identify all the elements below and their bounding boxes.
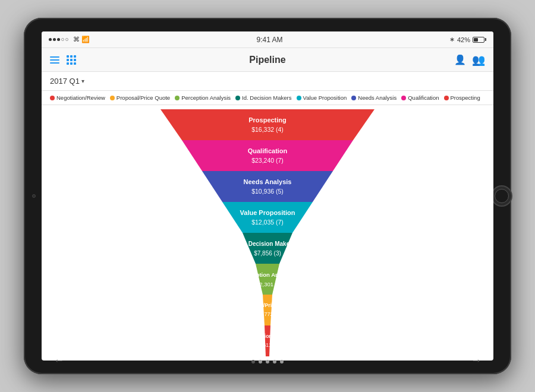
signal-dot-5: [65, 38, 68, 41]
battery-icon: [473, 37, 486, 43]
legend-label-decision: Id. Decision Makers: [242, 94, 291, 101]
legend-label-needs: Needs Analysis: [358, 94, 396, 101]
pagination-dot-1[interactable]: [251, 360, 255, 363]
seg-label-perception: Perception Analysis: [241, 271, 294, 278]
funnel-chart: Prospecting $16,332 (4) Qualification $2…: [160, 109, 374, 356]
funnel-svg: Prospecting $16,332 (4) Qualification $2…: [160, 109, 374, 356]
seg-label-decision: Id. Decision Makers: [240, 241, 295, 247]
seg-value-value: $12,035 (7): [251, 219, 284, 226]
status-bar: ⌘ 📶 9:41 AM ∗ 42%: [42, 31, 493, 48]
funnel-seg-prospecting[interactable]: [160, 109, 374, 140]
legend-label-prospecting: Prospecting: [451, 94, 480, 101]
legend-dot-negotiation: [50, 96, 55, 100]
people-icon[interactable]: 👥: [472, 53, 485, 67]
filter-label[interactable]: 2017 Q1 ▾: [50, 77, 84, 86]
legend-bar: Negotiation/Review Proposal/Price Quote …: [42, 91, 493, 105]
legend-item-qualification: Qualification: [401, 94, 439, 101]
signal-dot-3: [57, 38, 60, 41]
legend-dot-decision: [235, 96, 240, 100]
legend-dot-qualification: [401, 96, 406, 100]
funnel-area: Prospecting $16,332 (4) Qualification $2…: [42, 105, 493, 361]
hamburger-icon[interactable]: [50, 56, 59, 64]
screen: ⌘ 📶 9:41 AM ∗ 42%: [42, 31, 493, 361]
page-title: Pipeline: [249, 55, 285, 65]
seg-label-proposal: Proposal/Price Quote: [240, 302, 295, 308]
grid-dot: [70, 55, 73, 58]
status-left: ⌘ 📶: [49, 36, 90, 43]
next-arrow[interactable]: →: [471, 355, 482, 367]
status-right: ∗ 42%: [449, 36, 486, 43]
seg-value-negotiation: $6,611 (8): [256, 342, 279, 348]
legend-dot-prospecting: [444, 96, 449, 100]
pagination-dot-5[interactable]: [280, 360, 284, 363]
legend-item-negotiation: Negotiation/Review: [50, 94, 105, 101]
legend-dot-perception: [175, 96, 180, 100]
seg-label-needs: Needs Analysis: [244, 178, 292, 185]
funnel-seg-qualification[interactable]: [182, 140, 353, 171]
battery-tip: [485, 38, 486, 41]
grid-dot: [74, 62, 76, 65]
legend-item-decision: Id. Decision Makers: [235, 94, 291, 101]
grid-dot: [74, 59, 76, 61]
nav-bar: Pipeline 👤 👥: [42, 48, 493, 72]
legend-dot-value: [297, 96, 301, 100]
hamburger-line-1: [50, 56, 59, 58]
funnel-seg-decision[interactable]: [243, 233, 292, 264]
home-button[interactable]: [491, 185, 512, 207]
pagination-dot-4[interactable]: [273, 360, 276, 363]
nav-left: [50, 55, 76, 65]
chevron-down-icon: ▾: [81, 78, 84, 84]
status-time: 9:41 AM: [257, 36, 283, 44]
legend-label-proposal: Proposal/Price Quote: [117, 94, 170, 101]
funnel-seg-proposal[interactable]: [263, 295, 272, 325]
seg-label-value: Value Proposition: [240, 209, 295, 216]
legend-dot-needs: [351, 96, 356, 100]
signal-dot-4: [61, 38, 64, 41]
prev-arrow[interactable]: ←: [54, 355, 64, 367]
bluetooth-icon: ∗: [449, 36, 455, 43]
grid-icon[interactable]: [67, 55, 76, 65]
nav-right: 👤 👥: [454, 53, 485, 67]
legend-item-value: Value Proposition: [297, 94, 347, 101]
signal-dot-1: [49, 38, 52, 41]
filter-bar[interactable]: 2017 Q1 ▾: [42, 72, 493, 91]
grid-dot: [70, 62, 73, 65]
battery-percent: 42%: [457, 36, 470, 43]
legend-dot-proposal: [110, 96, 115, 100]
pagination-dots: [251, 360, 284, 363]
grid-dot: [70, 59, 73, 61]
legend-label-perception: Perception Analysis: [181, 94, 231, 101]
hamburger-line-2: [50, 59, 59, 61]
seg-value-proposal: $11,772 (3): [254, 311, 281, 317]
funnel-seg-perception[interactable]: [256, 264, 279, 295]
legend-item-needs: Needs Analysis: [351, 94, 396, 101]
legend-label-qualification: Qualification: [408, 94, 439, 101]
seg-value-qualification: $23,240 (7): [251, 157, 284, 164]
battery-body: [473, 37, 484, 43]
wifi-label: ⌘ 📶: [73, 36, 90, 43]
seg-label-qualification: Qualification: [248, 147, 288, 154]
legend-item-proposal: Proposal/Price Quote: [110, 94, 170, 101]
pagination-dot-3[interactable]: [266, 360, 269, 363]
grid-dot: [67, 62, 69, 65]
legend-item-prospecting: Prospecting: [444, 94, 480, 101]
funnel-seg-needs[interactable]: [202, 171, 333, 202]
grid-dot: [67, 59, 69, 61]
seg-value-prospecting: $16,332 (4): [251, 126, 284, 133]
home-button-inner: [495, 189, 509, 203]
seg-value-decision: $7,856 (3): [254, 250, 281, 257]
seg-label-prospecting: Prospecting: [248, 116, 287, 124]
filter-text: 2017 Q1: [50, 77, 80, 86]
pagination-dot-2[interactable]: [259, 360, 262, 363]
signal-dots: [49, 38, 68, 41]
grid-dot: [74, 55, 76, 58]
battery-fill: [474, 38, 478, 42]
signal-dot-2: [53, 38, 56, 41]
person-icon[interactable]: 👤: [454, 54, 466, 65]
seg-label-negotiation: Negotiation/Review: [244, 333, 291, 339]
legend-label-value: Value Proposition: [303, 94, 347, 101]
hamburger-line-3: [50, 62, 59, 64]
camera-left: [32, 194, 36, 198]
funnel-seg-value[interactable]: [222, 202, 313, 233]
funnel-seg-negotiation[interactable]: [265, 325, 270, 356]
